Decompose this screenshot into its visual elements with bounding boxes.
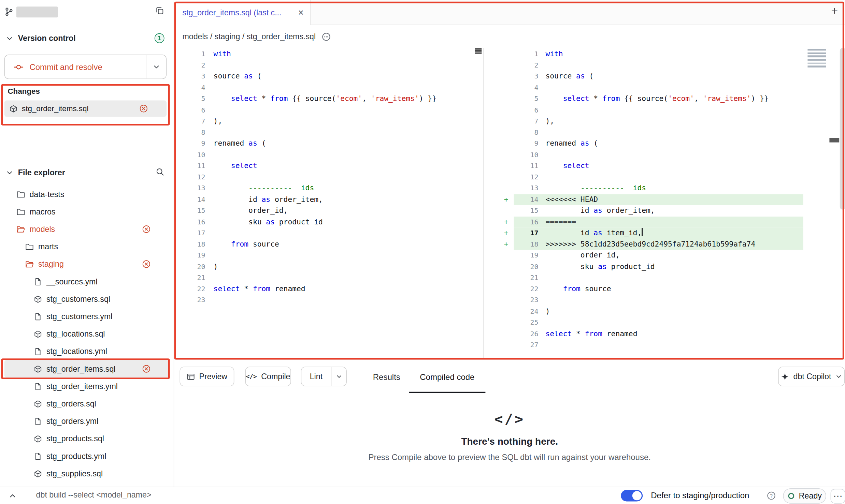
git-branch-icon[interactable] [4, 7, 14, 16]
line-number: 19 [514, 250, 539, 261]
file-icon [34, 312, 42, 321]
minimap-left[interactable] [475, 48, 482, 54]
code-line: 19 order_id, [484, 250, 845, 261]
code-line: 4 [174, 82, 483, 93]
file-name: macros [29, 207, 55, 216]
file-name: data-tests [29, 190, 64, 199]
code-text: sku as product_id [539, 261, 655, 272]
compile-button[interactable]: </> Compile [245, 367, 291, 386]
new-tab-button[interactable]: + [831, 5, 838, 16]
help-icon[interactable]: ? [767, 491, 776, 500]
preview-button[interactable]: Preview [180, 367, 234, 386]
file-icon [34, 278, 42, 286]
line-number: 7 [174, 116, 205, 127]
line-number: 5 [174, 93, 205, 105]
copy-icon[interactable] [156, 6, 164, 15]
code-text [539, 172, 546, 183]
file-explorer-item-models[interactable]: models [4, 220, 169, 238]
scrollbar-thumb[interactable] [840, 48, 845, 210]
lint-options-dropdown[interactable] [331, 367, 346, 386]
file-explorer-item-stg-orders-sql[interactable]: stg_orders.sql [4, 395, 169, 412]
file-explorer-item-macros[interactable]: macros [4, 203, 169, 220]
code-line: 23 [174, 295, 483, 306]
breadcrumb[interactable]: models / staging / stg_order_items.sql [182, 32, 316, 41]
conflict-icon[interactable] [142, 260, 151, 269]
conflict-icon[interactable] [142, 225, 151, 234]
file-explorer-item-marts[interactable]: marts [4, 238, 169, 255]
minimap-right[interactable] [807, 49, 826, 69]
file-explorer-item-stg-customers-sql[interactable]: stg_customers.sql [4, 290, 169, 308]
commit-and-resolve-button[interactable]: Commit and resolve [5, 55, 146, 79]
model-icon [34, 400, 42, 408]
code-line: 10 [484, 149, 845, 161]
folder-icon [25, 242, 34, 251]
code-text [205, 104, 214, 116]
code-text [205, 250, 214, 261]
file-explorer-item--sources-yml[interactable]: __sources.yml [4, 273, 169, 290]
file-explorer-section-header[interactable]: File explorer [0, 164, 174, 181]
diff-pane-original[interactable]: 1with23source as (45 select * from {{ so… [174, 48, 483, 306]
conflict-icon[interactable] [139, 104, 148, 113]
file-name: stg_order_items.yml [46, 382, 118, 391]
code-text: source as ( [205, 71, 262, 82]
lineage-icon[interactable] [322, 32, 331, 41]
redacted-branch-name [16, 6, 58, 17]
file-name: stg_order_items.sql [46, 365, 115, 373]
file-name: stg_products.yml [46, 452, 106, 461]
changes-section-title: Changes [8, 87, 40, 95]
tab-stg-order-items[interactable]: stg_order_items.sql (last c... × [174, 0, 311, 25]
file-explorer-item-stg-locations-yml[interactable]: stg_locations.yml [4, 343, 169, 360]
code-text: order_id, [205, 205, 288, 217]
more-options-button[interactable]: ⋯ [831, 489, 845, 503]
search-icon[interactable] [156, 167, 164, 176]
file-explorer-item-stg-order-items-sql[interactable]: stg_order_items.sql [4, 360, 169, 377]
conflict-icon[interactable] [142, 365, 151, 373]
command-input[interactable]: dbt build --select <model_name> [36, 490, 152, 499]
code-line: 22select * from renamed [174, 283, 483, 295]
file-explorer-item-stg-products-sql[interactable]: stg_products.sql [4, 430, 169, 447]
file-explorer-item-staging[interactable]: staging [4, 255, 169, 273]
code-text: id as item_id, [539, 227, 643, 239]
line-number: 22 [174, 283, 205, 295]
dbt-copilot-button[interactable]: dbt Copilot [778, 367, 845, 386]
code-line: 8 [174, 127, 483, 138]
file-explorer-item-stg-orders-yml[interactable]: stg_orders.yml [4, 413, 169, 430]
code-line: 11 select [174, 160, 483, 172]
tab-close-icon[interactable]: × [298, 8, 304, 17]
file-explorer-item-stg-locations-sql[interactable]: stg_locations.sql [4, 325, 169, 343]
code-line: 1with [174, 48, 483, 60]
file-name: stg_orders.yml [46, 417, 98, 426]
code-line: +14<<<<<<< HEAD [484, 194, 845, 205]
file-explorer-item-stg-customers-yml[interactable]: stg_customers.yml [4, 308, 169, 325]
file-explorer-item-stg-products-yml[interactable]: stg_products.yml [4, 447, 169, 465]
defer-toggle[interactable] [621, 490, 643, 502]
diff-added-marker: + [484, 216, 514, 227]
ready-status-pill[interactable]: Ready [783, 488, 826, 503]
diff-added-marker [484, 172, 514, 183]
file-explorer-item-stg-order-items-yml[interactable]: stg_order_items.yml [4, 377, 169, 395]
code-line: +18>>>>>>> 58c1dd23d5eebd9cd2495fa7124ab… [484, 239, 845, 250]
file-name: models [29, 225, 55, 234]
file-explorer-item-data-tests[interactable]: data-tests [4, 186, 169, 203]
tab-compiled-code[interactable]: Compiled code [409, 360, 485, 393]
tab-label: stg_order_items.sql (last c... [182, 8, 295, 17]
version-control-section-header[interactable]: Version control 1 [0, 29, 174, 47]
code-line: 2 [174, 60, 483, 71]
file-explorer-item-stg-supplies-sql[interactable]: stg_supplies.sql [4, 465, 169, 482]
code-text [539, 149, 546, 161]
chevron-up-icon[interactable] [9, 492, 16, 499]
changed-file-row[interactable]: stg_order_items.sql [4, 100, 167, 117]
editor-area: stg_order_items.sql (last c... × + model… [174, 0, 845, 486]
commit-button-label: Commit and resolve [29, 62, 102, 71]
code-text: ) [539, 306, 550, 317]
line-number: 10 [174, 149, 205, 161]
file-name: stg_products.sql [46, 434, 104, 443]
commit-options-dropdown[interactable] [146, 55, 166, 79]
code-line: 21 [484, 272, 845, 283]
diff-pane-modified[interactable]: 1with23source as (45 select * from {{ so… [484, 48, 845, 351]
code-line: 10 [174, 149, 483, 161]
lint-button[interactable]: Lint [301, 367, 331, 386]
status-bar: dbt build --select <model_name> Defer to… [0, 486, 845, 504]
file-name: marts [38, 242, 58, 251]
tab-results[interactable]: Results [368, 360, 406, 393]
